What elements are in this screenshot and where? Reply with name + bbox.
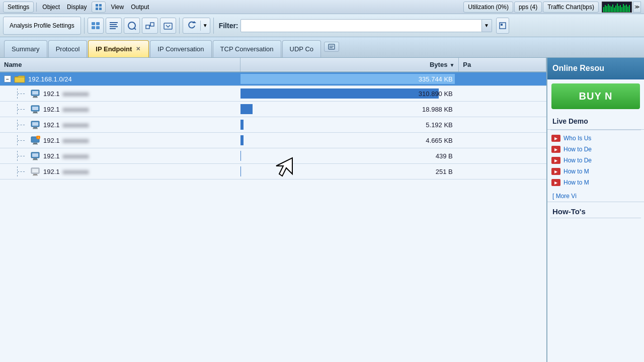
pa-cell: [459, 148, 546, 164]
how-to-m2-resource[interactable]: How to M: [549, 177, 642, 188]
col-name[interactable]: Name: [0, 58, 240, 72]
computer-icon: [30, 120, 40, 129]
resource-link-3[interactable]: How to M: [564, 168, 589, 175]
svg-rect-43: [33, 97, 38, 98]
svg-rect-2: [96, 8, 98, 10]
col-pa[interactable]: Pa: [459, 58, 546, 72]
table-row[interactable]: − 192.168.1.0/24 335.744 KB: [0, 72, 546, 86]
svg-rect-41: [32, 91, 38, 95]
bytes-value: 335.744 KB: [240, 75, 455, 83]
svg-rect-27: [110, 24, 117, 25]
svg-rect-63: [33, 174, 37, 175]
svg-rect-26: [110, 22, 118, 23]
svg-rect-42: [33, 96, 37, 97]
table-row[interactable]: 192.1 xxxxxxxx 439 B: [0, 148, 546, 164]
svg-rect-51: [33, 128, 38, 129]
view-menu-btn[interactable]: View: [108, 3, 127, 12]
udp-co-tab[interactable]: UDP Co: [282, 40, 321, 57]
svg-rect-17: [623, 4, 624, 12]
row-name: 192.1: [43, 168, 60, 175]
table-row[interactable]: 192.1 xxxxxxxx 251 B: [0, 164, 546, 179]
tcp-conversation-tab[interactable]: TCP Conversation: [213, 40, 281, 57]
svg-rect-46: [33, 112, 37, 113]
icon-btn-1[interactable]: [88, 18, 104, 34]
svg-rect-32: [150, 23, 154, 26]
svg-rect-15: [620, 5, 621, 12]
pa-cell: [459, 117, 546, 133]
row-name: 192.168.1.0/24: [28, 75, 72, 83]
bytes-cell: 251 B: [240, 164, 459, 179]
how-to-m1-resource[interactable]: How to M: [549, 166, 642, 176]
overflow-btn[interactable]: ≫: [633, 2, 641, 13]
svg-rect-31: [146, 25, 149, 29]
pps-btn[interactable]: pps (4): [514, 2, 542, 13]
how-to-de2-resource[interactable]: How to De: [549, 155, 642, 165]
object-menu-btn[interactable]: Object: [39, 3, 63, 12]
tab-close-btn[interactable]: ✕: [135, 46, 141, 52]
summary-tab[interactable]: Summary: [4, 40, 47, 57]
row-name: 192.1: [43, 90, 60, 98]
filter-dropdown-btn[interactable]: ▼: [482, 19, 492, 32]
dashed-indent: [17, 151, 27, 161]
icon-btn-4[interactable]: [142, 18, 158, 34]
computer-icon: !: [30, 136, 40, 145]
table-row[interactable]: 192.1 xxxxxxxx 18.988 KB: [0, 102, 546, 117]
dashed-indent: [17, 166, 27, 176]
bytes-value: 5.192 KB: [240, 121, 455, 129]
refresh-dropdown[interactable]: ▼: [201, 23, 210, 28]
svg-rect-22: [92, 22, 95, 25]
row-name: 192.1: [43, 106, 60, 113]
resource-link-2[interactable]: How to De: [564, 157, 592, 164]
bytes-cell: 4.665 KB: [240, 133, 459, 148]
resource-link-1[interactable]: How to De: [564, 146, 592, 153]
dashed-indent: [17, 120, 27, 130]
svg-rect-11: [614, 8, 615, 12]
bytes-value: 251 B: [240, 168, 455, 175]
resource-link-0[interactable]: Who Is Us: [564, 135, 591, 142]
refresh-btn[interactable]: ▼: [183, 18, 210, 34]
svg-rect-62: [32, 169, 38, 172]
protocol-tab[interactable]: Protocol: [48, 40, 88, 57]
svg-rect-36: [501, 24, 503, 26]
buy-now-btn[interactable]: BUY N: [551, 83, 640, 109]
ip-conversation-tab[interactable]: IP Conversation: [150, 40, 211, 57]
icon-btn-3[interactable]: [124, 18, 140, 34]
pa-cell: [459, 72, 546, 86]
row-name-blurred: xxxxxxxx: [63, 90, 89, 98]
name-cell: 192.1 xxxxxxxx: [0, 102, 240, 117]
name-cell: 192.1 xxxxxxxx: [0, 164, 240, 179]
table-row[interactable]: 192.1 xxxxxxxx 5.192 KB: [0, 117, 546, 133]
maximize-btn[interactable]: [496, 18, 509, 34]
resource-link-4[interactable]: How to M: [564, 179, 589, 186]
svg-rect-24: [92, 26, 95, 29]
bytes-value: 310.890 KB: [240, 90, 455, 98]
who-is-resource[interactable]: Who Is Us: [549, 133, 642, 143]
col-bytes[interactable]: Bytes▼: [240, 58, 459, 72]
svg-rect-39: [330, 47, 333, 48]
table-row[interactable]: ! 192.1 xxxxxxxx 4.665 KB: [0, 133, 546, 148]
how-to-de1-resource[interactable]: How to De: [549, 144, 642, 154]
svg-rect-7: [608, 4, 609, 12]
table-row[interactable]: 192.1 xxxxxxxx 310.890 KB: [0, 86, 546, 102]
filter-label: Filter:: [219, 22, 238, 30]
svg-rect-1: [99, 4, 102, 7]
filter-input[interactable]: [240, 19, 482, 32]
display-menu-btn[interactable]: Display: [64, 3, 90, 12]
icon-btn-2[interactable]: [106, 18, 122, 34]
tab-overflow-btn[interactable]: [324, 42, 339, 52]
svg-rect-58: [32, 153, 38, 157]
settings-button[interactable]: Settings: [3, 2, 34, 13]
traffic-chart-btn[interactable]: Traffic Chart(bps): [543, 2, 599, 13]
ip-endpoint-tab[interactable]: IP Endpoint ✕: [88, 40, 149, 57]
analysis-profile-btn[interactable]: Analysis Profile Settings: [3, 17, 81, 35]
svg-rect-53: [33, 143, 37, 144]
icon-btn-5[interactable]: [160, 18, 176, 34]
computer-icon: [30, 151, 40, 160]
more-videos-link[interactable]: [ More Vi: [547, 191, 644, 202]
svg-rect-38: [330, 46, 334, 47]
output-menu-btn[interactable]: Output: [128, 3, 152, 12]
utilization-btn[interactable]: Utilization (0%): [463, 2, 513, 13]
sort-arrow: ▼: [449, 62, 454, 68]
expand-btn[interactable]: −: [4, 75, 11, 82]
row-name: 192.1: [43, 137, 60, 144]
